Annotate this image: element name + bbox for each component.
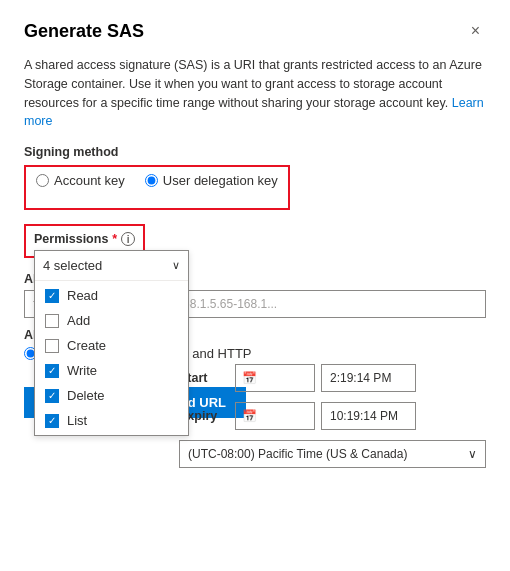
- add-label: Add: [67, 313, 90, 328]
- timezone-row: (UTC-08:00) Pacific Time (US & Canada) ∨: [179, 440, 486, 468]
- signing-method-box: Account key User delegation key: [24, 165, 290, 210]
- perm-item-list[interactable]: List: [35, 408, 188, 433]
- write-checkbox[interactable]: [45, 364, 59, 378]
- user-delegation-key-option[interactable]: User delegation key: [145, 173, 278, 188]
- signing-method-label: Signing method: [24, 145, 486, 159]
- list-label: List: [67, 413, 87, 428]
- perm-item-delete[interactable]: Delete: [35, 383, 188, 408]
- write-label: Write: [67, 363, 97, 378]
- permissions-dropdown-header[interactable]: 4 selected ∨: [35, 251, 188, 281]
- account-key-radio[interactable]: [36, 174, 49, 187]
- perm-item-read[interactable]: Read: [35, 283, 188, 308]
- expiry-time-input[interactable]: 10:19:14 PM: [321, 402, 416, 430]
- timezone-chevron-icon: ∨: [468, 447, 477, 461]
- add-checkbox[interactable]: [45, 314, 59, 328]
- start-time-value: 2:19:14 PM: [330, 371, 391, 385]
- permissions-chevron-icon: ∨: [172, 259, 180, 272]
- start-row: Start 📅 2:19:14 PM: [179, 364, 486, 392]
- create-label: Create: [67, 338, 106, 353]
- create-checkbox[interactable]: [45, 339, 59, 353]
- permissions-selected-count: 4 selected: [43, 258, 102, 273]
- close-button[interactable]: ×: [465, 20, 486, 42]
- expiry-row: Expiry 📅 10:19:14 PM: [179, 402, 486, 430]
- permissions-section: Permissions * i 4 selected ∨: [24, 224, 486, 258]
- permissions-info-icon[interactable]: i: [121, 232, 135, 246]
- dialog-header: Generate SAS ×: [24, 20, 486, 42]
- required-star: *: [112, 232, 117, 246]
- expiry-date-calendar-icon: 📅: [242, 409, 257, 423]
- description-text: A shared access signature (SAS) is a URI…: [24, 58, 482, 110]
- perm-item-create[interactable]: Create: [35, 333, 188, 358]
- read-label: Read: [67, 288, 98, 303]
- expiry-date-input[interactable]: 📅: [235, 402, 315, 430]
- start-time-input[interactable]: 2:19:14 PM: [321, 364, 416, 392]
- delete-label: Delete: [67, 388, 105, 403]
- permissions-highlight: Permissions * i 4 selected ∨: [24, 224, 145, 258]
- start-date-input[interactable]: 📅: [235, 364, 315, 392]
- permissions-list: Read Add Create: [35, 281, 188, 435]
- permissions-text: Permissions: [34, 232, 108, 246]
- permissions-label: Permissions * i: [34, 232, 135, 246]
- perm-item-write[interactable]: Write: [35, 358, 188, 383]
- user-delegation-key-label: User delegation key: [163, 173, 278, 188]
- account-key-option[interactable]: Account key: [36, 173, 125, 188]
- timezone-value: (UTC-08:00) Pacific Time (US & Canada): [188, 447, 407, 461]
- start-date-calendar-icon: 📅: [242, 371, 257, 385]
- expiry-time-value: 10:19:14 PM: [330, 409, 398, 423]
- right-panel: Start 📅 2:19:14 PM Expiry 📅 10:19:14 PM: [179, 364, 486, 468]
- dialog-title: Generate SAS: [24, 21, 144, 42]
- permissions-open-box: 4 selected ∨ Read Add: [34, 250, 189, 436]
- account-key-label: Account key: [54, 173, 125, 188]
- signing-method-radio-group: Account key User delegation key: [36, 173, 278, 188]
- timezone-select[interactable]: (UTC-08:00) Pacific Time (US & Canada) ∨: [179, 440, 486, 468]
- signing-method-section: Signing method Account key User delegati…: [24, 145, 486, 224]
- read-checkbox[interactable]: [45, 289, 59, 303]
- perm-item-add[interactable]: Add: [35, 308, 188, 333]
- list-checkbox[interactable]: [45, 414, 59, 428]
- delete-checkbox[interactable]: [45, 389, 59, 403]
- dialog-description: A shared access signature (SAS) is a URI…: [24, 56, 486, 131]
- generate-sas-dialog: Generate SAS × A shared access signature…: [0, 0, 510, 571]
- main-layout: Permissions * i 4 selected ∨: [24, 224, 486, 258]
- user-delegation-key-radio[interactable]: [145, 174, 158, 187]
